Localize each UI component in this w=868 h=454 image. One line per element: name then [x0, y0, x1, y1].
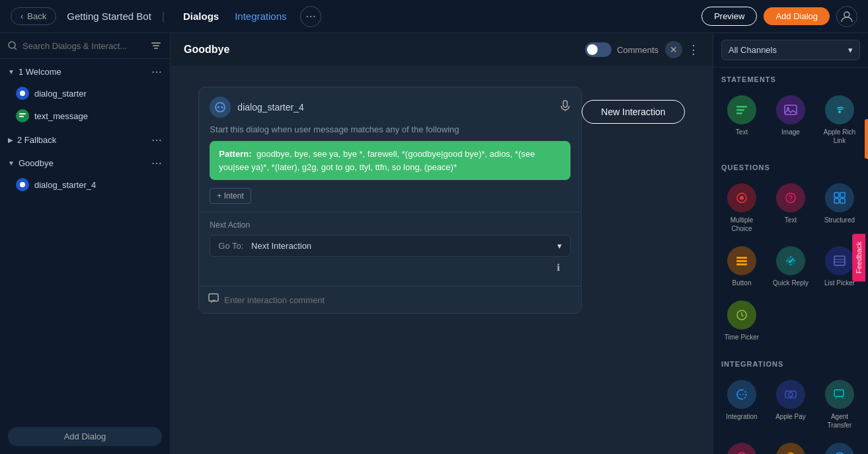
goto-dropdown[interactable]: Go To: Next Interaction ▾	[210, 235, 571, 257]
welcome-more-icon[interactable]: ⋯	[151, 66, 162, 78]
questions-grid: Multiple Choice ? Text	[713, 175, 868, 352]
user-avatar[interactable]	[836, 6, 857, 27]
svg-rect-3	[151, 42, 161, 44]
question-button[interactable]: Button	[720, 242, 764, 291]
preview-button[interactable]: Preview	[701, 7, 757, 26]
pattern-value: goodbye, bye, see ya, bye *, farewell, *…	[219, 149, 535, 172]
sidebar-group-fallback: ▶ 2 Fallback ⋯	[0, 127, 170, 150]
list-picker-label: List Picker	[824, 279, 855, 287]
question-time-picker[interactable]: Time Picker	[720, 296, 764, 345]
image-statement-icon	[776, 95, 805, 124]
svg-rect-40	[834, 390, 844, 396]
svg-point-12	[221, 107, 223, 109]
apple-pay-icon	[776, 380, 805, 409]
sidebar-item-dialog-starter-4[interactable]: dialog_starter_4	[0, 173, 170, 196]
sidebar-group-fallback-header[interactable]: ▶ 2 Fallback ⋯	[0, 127, 170, 150]
svg-point-1	[9, 42, 15, 48]
search-input[interactable]	[22, 41, 145, 51]
add-dialog-button[interactable]: Add Dialog	[764, 7, 830, 25]
chevron-down-icon-2: ▼	[8, 159, 15, 167]
top-nav: ‹ Back Getting Started Bot | Dialogs Int…	[0, 0, 868, 33]
multiple-choice-icon	[727, 183, 756, 212]
menu-dots-button[interactable]: ⋯	[300, 6, 321, 27]
svg-rect-27	[840, 193, 845, 197]
integration-integration[interactable]: Integration	[720, 376, 764, 433]
feedback-tab[interactable]: Feedback	[852, 234, 865, 281]
svg-rect-26	[834, 193, 839, 197]
dialog-starter-label: dialog_starter	[34, 89, 87, 99]
question-text-icon: ?	[776, 183, 805, 212]
channel-select[interactable]: All Channels ▾	[721, 40, 860, 60]
fallback-more-icon[interactable]: ⋯	[151, 134, 162, 146]
sidebar: ▼ 1 Welcome ⋯ dialog_starter text_messag…	[0, 33, 171, 454]
chevron-down-goto-icon: ▾	[557, 241, 562, 251]
structured-label: Structured	[824, 216, 855, 224]
svg-rect-4	[153, 45, 159, 46]
question-text-label: Text	[785, 216, 797, 224]
question-structured[interactable]: Structured	[818, 179, 861, 237]
canvas-area: Goodbye Comments ✕ ⋮	[171, 33, 713, 454]
nav-divider: |	[162, 11, 165, 23]
text-message-label: text_message	[34, 111, 88, 121]
goto-value: Next Interaction	[251, 241, 311, 251]
sidebar-group-goodbye-header[interactable]: ▼ Goodbye ⋯	[0, 150, 170, 173]
quick-reply-label: Quick Reply	[773, 279, 809, 287]
list-picker-icon	[825, 246, 854, 275]
pattern-label: Pattern:	[219, 149, 251, 159]
integration-apple-pay[interactable]: Apple Pay	[769, 376, 812, 433]
back-label: Back	[27, 11, 46, 21]
new-interaction-button[interactable]: New Interaction	[582, 100, 684, 124]
questions-section-title: QUESTIONS	[713, 156, 868, 175]
svg-text:?: ?	[789, 195, 793, 202]
button-label: Button	[732, 279, 752, 287]
card-header: dialog_starter_4	[199, 87, 581, 124]
sidebar-group-goodbye: ▼ Goodbye ⋯ dialog_starter_4	[0, 150, 170, 196]
structured-icon	[825, 183, 854, 212]
statement-image[interactable]: Image	[769, 91, 812, 149]
header-more-button[interactable]: ⋮	[688, 42, 699, 57]
comments-toggle-switch[interactable]	[585, 42, 612, 57]
agent-transfer-icon	[825, 380, 854, 409]
comment-icon	[208, 293, 219, 306]
svg-rect-31	[736, 260, 747, 262]
tab-dialogs[interactable]: Dialogs	[175, 7, 227, 26]
statement-apple-rich-link[interactable]: Apple Rich Link	[818, 91, 861, 149]
integration-icon	[727, 380, 756, 409]
channel-chevron-icon: ▾	[848, 45, 853, 55]
sidebar-group-welcome-header[interactable]: ▼ 1 Welcome ⋯	[0, 59, 170, 82]
intent-button[interactable]: + Intent	[210, 188, 251, 204]
canvas-title: Goodbye	[184, 44, 229, 56]
goodbye-more-icon[interactable]: ⋯	[151, 157, 162, 169]
app-title: Getting Started Bot	[67, 11, 151, 22]
comment-input[interactable]	[224, 295, 572, 305]
back-button[interactable]: ‹ Back	[11, 7, 56, 25]
add-dialog-sidebar-button[interactable]: Add Dialog	[8, 427, 162, 446]
sidebar-item-text-message[interactable]: text_message	[0, 105, 170, 127]
svg-rect-16	[736, 106, 747, 108]
question-multiple-choice[interactable]: Multiple Choice	[720, 179, 764, 237]
svg-rect-5	[154, 48, 158, 49]
question-text[interactable]: ? Text	[769, 179, 812, 237]
filter-icon[interactable]	[150, 40, 162, 52]
question-quick-reply[interactable]: Quick Reply	[769, 242, 812, 291]
search-icon	[8, 41, 17, 50]
time-picker-icon	[727, 300, 756, 330]
tab-integrations[interactable]: Integrations	[227, 7, 294, 26]
svg-rect-30	[736, 257, 747, 259]
integration-agent-transfer[interactable]: Agent Transfer	[818, 376, 861, 433]
close-button[interactable]: ✕	[665, 41, 682, 58]
integration-knowledge-ai[interactable]: ? Knowledge AI	[720, 439, 764, 454]
dialog-starter-4-icon	[16, 178, 29, 191]
integration-file-upload[interactable]: File Upload	[818, 439, 861, 454]
svg-rect-8	[19, 116, 24, 117]
sidebar-item-dialog-starter[interactable]: dialog_starter	[0, 82, 170, 105]
integration-dynamic-routing[interactable]: Dynamic Routing	[769, 439, 812, 454]
sidebar-search	[0, 33, 170, 59]
goto-go-label: Go To:	[218, 241, 243, 251]
main-layout: ▼ 1 Welcome ⋯ dialog_starter text_messag…	[0, 33, 868, 454]
statement-text[interactable]: Text	[720, 91, 764, 149]
comments-toggle: Comments	[585, 42, 658, 57]
next-action-section: Next Action Go To: Next Interaction ▾ ℹ	[199, 212, 581, 286]
svg-point-21	[838, 111, 841, 113]
statements-section-title: STATEMENTS	[713, 68, 868, 87]
